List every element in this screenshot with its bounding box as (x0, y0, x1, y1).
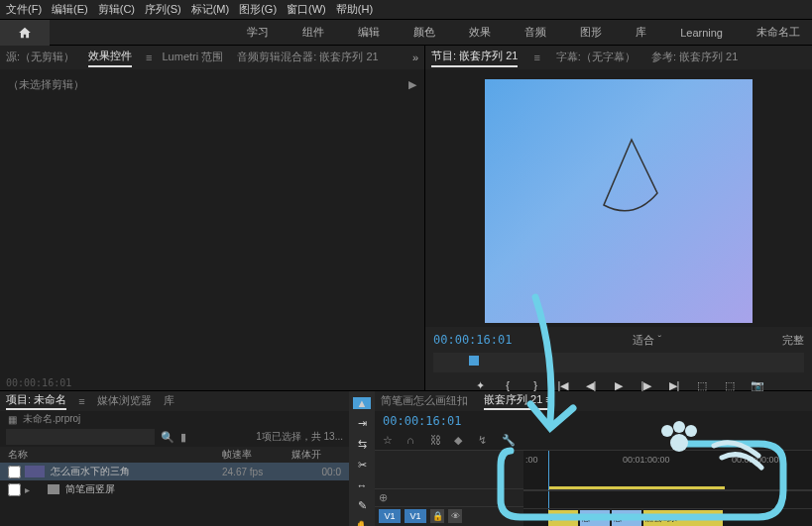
filter-icon[interactable]: ▮ (180, 431, 186, 444)
effect-controls-menu-icon[interactable]: ≡ (146, 52, 152, 63)
project-item-row[interactable]: ▸ 简笔画竖屏 (0, 480, 349, 498)
row-checkbox[interactable] (8, 483, 21, 496)
workspace-graphics[interactable]: 图形 (580, 25, 602, 40)
tab-media-browser[interactable]: 媒体浏览器 (97, 393, 152, 409)
marker-toggle[interactable]: ◆ (454, 434, 468, 448)
timeline-tab-1[interactable]: 简笔画怎么画纽扣 (381, 393, 468, 409)
clip-name: 怎么画水下的三角 (51, 465, 222, 478)
track-header-spacer[interactable]: ⊕ (375, 488, 523, 506)
program-playhead-handle[interactable] (469, 356, 479, 366)
col-name[interactable]: 名称 (8, 448, 222, 462)
home-icon (18, 26, 32, 40)
target-v1-badge[interactable]: V1 (405, 509, 426, 523)
time-ruler[interactable]: :00 00:01:00:00 00:02:00:00 (523, 451, 812, 490)
tab-project[interactable]: 项目: 未命名 (6, 392, 66, 410)
tab-captions[interactable]: 字幕:（无字幕） (556, 50, 636, 66)
clip-thumbnail (25, 466, 45, 477)
insert-icon[interactable]: ⊕ (379, 491, 393, 505)
wrench-icon[interactable]: 🔧 (502, 434, 516, 448)
effect-controls-body: （未选择剪辑） ▶ 00:00:16:01 (0, 69, 424, 390)
track-headers: ⊕ V1 V1 🔒 👁 (375, 451, 523, 526)
track-lock-toggle[interactable]: 🔒 (430, 509, 444, 523)
program-monitor[interactable] (425, 69, 812, 327)
menu-file[interactable]: 文件(F) (6, 2, 42, 17)
settings-button[interactable]: ↯ (478, 434, 492, 448)
ruler-tick: 00:02:00:00 (732, 455, 779, 465)
workspace-editing[interactable]: 编辑 (358, 25, 380, 40)
work-area-bar[interactable] (548, 486, 725, 489)
home-button[interactable] (0, 20, 50, 46)
program-menu-icon[interactable]: ≡ (533, 52, 539, 63)
nest-toggle[interactable]: ☆ (383, 434, 397, 448)
program-canvas (485, 79, 753, 323)
timeline-clip[interactable]: 忘 (612, 510, 641, 526)
tab-source-none[interactable]: 源:（无剪辑） (6, 50, 74, 66)
linked-selection-toggle[interactable]: ⛓ (430, 434, 444, 448)
bin-name: 简笔画竖屏 (65, 482, 341, 496)
workspace-audio[interactable]: 音频 (524, 25, 546, 40)
timeline-timecode[interactable]: 00:00:16:01 (383, 414, 461, 428)
panel-overflow-button[interactable]: » (412, 52, 418, 63)
timeline-clip[interactable]: 忘 (580, 510, 610, 526)
col-framerate[interactable]: 帧速率 (222, 448, 291, 462)
effect-controls-play-icon[interactable]: ▶ (408, 78, 416, 91)
selection-tool[interactable]: ▲ (353, 397, 371, 409)
menu-marker[interactable]: 标记(M) (191, 2, 230, 17)
ruler-tick: :00 (525, 455, 538, 465)
expand-arrow-icon[interactable]: ▸ (25, 484, 30, 495)
track-content[interactable]: :00 00:01:00:00 00:02:00:00 f 忘 忘 怎么喝水 (523, 451, 812, 526)
razor-tool[interactable]: ✂ (353, 459, 371, 472)
workspace-unnamed[interactable]: 未命名工 (756, 25, 800, 40)
program-scrub-bar[interactable] (433, 353, 804, 372)
tab-audio-clip-mixer[interactable]: 音频剪辑混合器: 嵌套序列 21 (237, 50, 378, 66)
track-header-v1[interactable]: V1 V1 🔒 👁 (375, 506, 523, 524)
project-menu-icon[interactable]: ≡ (78, 395, 84, 407)
menu-graphics[interactable]: 图形(G) (239, 2, 277, 17)
workspace-color[interactable]: 颜色 (413, 25, 435, 40)
workspace-effects[interactable]: 效果 (469, 25, 491, 40)
col-media-start[interactable]: 媒体开 (291, 448, 341, 462)
timeline-clip[interactable]: f (548, 510, 578, 526)
project-item-row[interactable]: 怎么画水下的三角 24.67 fps 00:0 (0, 463, 349, 480)
tab-reference[interactable]: 参考: 嵌套序列 21 (651, 50, 738, 66)
tab-program-monitor[interactable]: 节目: 嵌套序列 21 (431, 49, 518, 67)
timeline-menu-icon[interactable]: ≡ (545, 393, 551, 405)
workspace-learning[interactable]: Learning (680, 27, 723, 39)
video-track-v1[interactable]: f 忘 忘 怎么喝水 (523, 508, 812, 526)
menu-window[interactable]: 窗口(W) (287, 2, 326, 17)
pen-tool[interactable]: ✎ (353, 499, 371, 512)
project-file-name: 未命名.prproj (23, 412, 80, 426)
program-timecode[interactable]: 00:00:16:01 (433, 333, 512, 347)
workspace-libraries[interactable]: 库 (636, 25, 646, 40)
timeline-options-row: ☆ ∩ ⛓ ◆ ↯ 🔧 (375, 431, 812, 451)
folder-icon (48, 484, 59, 494)
hand-tool[interactable]: ✋ (353, 520, 371, 526)
source-v1-badge[interactable]: V1 (379, 509, 401, 523)
tab-effect-controls[interactable]: 效果控件 (88, 49, 132, 67)
selection-status-label: 1项已选择，共 13... (256, 430, 343, 444)
workspace-assembly[interactable]: 组件 (302, 25, 324, 40)
video-track-spacer[interactable] (523, 490, 812, 508)
ripple-edit-tool[interactable]: ⇆ (353, 438, 371, 451)
workspace-learn[interactable]: 学习 (247, 25, 269, 40)
row-checkbox[interactable] (8, 466, 21, 478)
search-icon[interactable]: 🔍 (161, 431, 174, 444)
track-select-tool[interactable]: ⇥ (353, 417, 371, 430)
tab-lumetri-scopes[interactable]: Lumetri 范围 (162, 50, 223, 66)
timeline-tabs: 简笔画怎么画纽扣 嵌套序列 21 ≡ (375, 391, 812, 411)
slip-tool[interactable]: ↔ (353, 479, 371, 491)
zoom-fit-dropdown[interactable]: 适合 ˇ (633, 333, 661, 348)
tab-libraries[interactable]: 库 (164, 393, 174, 409)
bin-icon[interactable]: ▦ (8, 414, 17, 425)
menu-clip[interactable]: 剪辑(C) (98, 2, 135, 17)
menu-sequence[interactable]: 序列(S) (145, 2, 181, 17)
project-search-input[interactable] (6, 429, 155, 445)
snap-toggle[interactable]: ∩ (406, 434, 420, 448)
resolution-full-label[interactable]: 完整 (782, 333, 804, 348)
timeline-clip[interactable]: 怎么喝水 (643, 510, 723, 526)
track-eye-toggle[interactable]: 👁 (448, 509, 462, 523)
menu-edit[interactable]: 编辑(E) (52, 2, 88, 17)
source-panel: 源:（无剪辑） 效果控件 ≡ Lumetri 范围 音频剪辑混合器: 嵌套序列 … (0, 46, 424, 390)
timeline-tab-2[interactable]: 嵌套序列 21 ≡ (484, 392, 552, 410)
menu-help[interactable]: 帮助(H) (336, 2, 373, 17)
